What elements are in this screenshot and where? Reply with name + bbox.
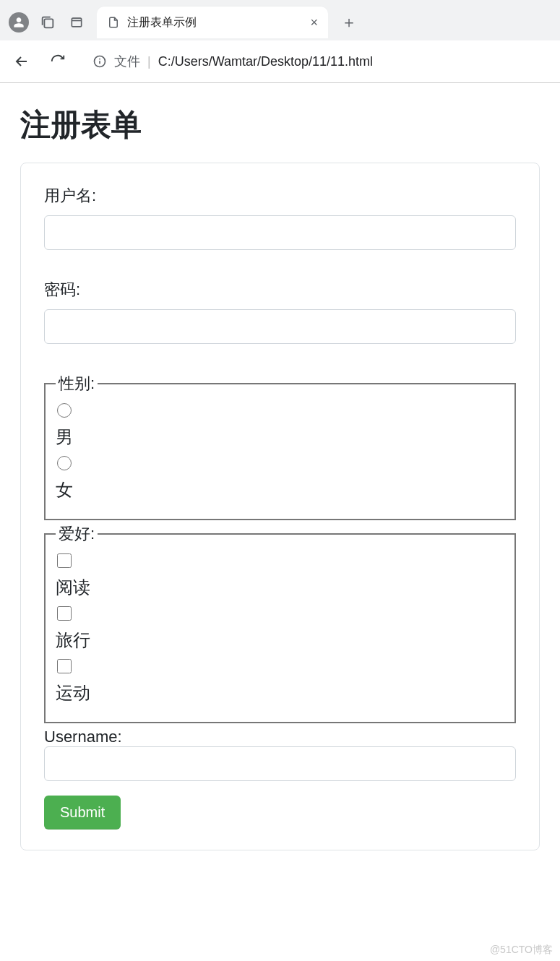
- svg-point-5: [99, 59, 100, 60]
- new-tab-button[interactable]: ＋: [341, 12, 357, 33]
- registration-form: 用户名: 密码: 性别: 男 女 爱好: 阅读 旅行 运动 Username: …: [20, 163, 540, 850]
- address-path: C:/Users/Wamtar/Desktop/11/11.html: [158, 54, 373, 69]
- hobby-legend: 爱好:: [56, 523, 98, 545]
- password-label: 密码:: [44, 279, 516, 301]
- address-separator: |: [147, 54, 151, 69]
- gender-radio-female[interactable]: [57, 456, 72, 470]
- arrow-left-icon: [13, 53, 30, 70]
- reload-icon: [50, 53, 66, 69]
- username2-input[interactable]: [44, 746, 516, 781]
- address-prefix: 文件: [114, 53, 140, 70]
- file-icon: [107, 16, 120, 29]
- reload-button[interactable]: [46, 50, 69, 73]
- avatar-icon: [9, 12, 29, 33]
- svg-rect-1: [72, 18, 81, 27]
- hobby-option-reading[interactable]: 阅读: [56, 576, 504, 599]
- gender-radio-male[interactable]: [57, 403, 72, 418]
- tab-square-icon: [69, 15, 84, 30]
- hobby-option-sport[interactable]: 运动: [56, 681, 504, 704]
- back-button[interactable]: [10, 50, 33, 73]
- collections-icon: [40, 14, 56, 30]
- collections-button[interactable]: [35, 9, 61, 35]
- page-content: 注册表单 用户名: 密码: 性别: 男 女 爱好: 阅读 旅行 运动 Usern…: [0, 83, 560, 866]
- username-input[interactable]: [44, 215, 516, 250]
- address-bar[interactable]: 文件 | C:/Users/Wamtar/Desktop/11/11.html: [82, 47, 550, 76]
- toolbar: 文件 | C:/Users/Wamtar/Desktop/11/11.html: [0, 40, 560, 82]
- hobby-fieldset: 爱好: 阅读 旅行 运动: [44, 523, 516, 723]
- close-tab-button[interactable]: ×: [310, 16, 318, 29]
- profile-button[interactable]: [6, 9, 32, 35]
- gender-option-male[interactable]: 男: [56, 426, 504, 449]
- gender-option-female[interactable]: 女: [56, 478, 504, 501]
- hobby-checkbox-travel[interactable]: [57, 606, 72, 621]
- hobby-checkbox-reading[interactable]: [57, 553, 72, 568]
- gender-legend: 性别:: [56, 373, 98, 395]
- watermark: @51CTO博客: [490, 944, 553, 957]
- gender-fieldset: 性别: 男 女: [44, 373, 516, 520]
- password-input[interactable]: [44, 309, 516, 344]
- active-tab[interactable]: 注册表单示例 ×: [97, 7, 328, 38]
- tab-strip: 注册表单示例 × ＋: [0, 0, 560, 40]
- tab-actions-button[interactable]: [64, 9, 90, 35]
- username-label: 用户名:: [44, 185, 516, 207]
- username-group: 用户名:: [44, 185, 516, 250]
- page-title: 注册表单: [20, 105, 540, 145]
- svg-rect-0: [44, 19, 53, 27]
- info-icon: [92, 54, 107, 69]
- hobby-option-travel[interactable]: 旅行: [56, 629, 504, 652]
- hobby-checkbox-sport[interactable]: [57, 659, 72, 673]
- username2-label: Username:: [44, 728, 516, 746]
- password-group: 密码:: [44, 279, 516, 344]
- submit-button[interactable]: Submit: [44, 796, 121, 829]
- tab-title: 注册表单示例: [127, 15, 303, 30]
- browser-chrome: 注册表单示例 × ＋ 文件 | C:/Users/Wamtar/Desktop/…: [0, 0, 560, 83]
